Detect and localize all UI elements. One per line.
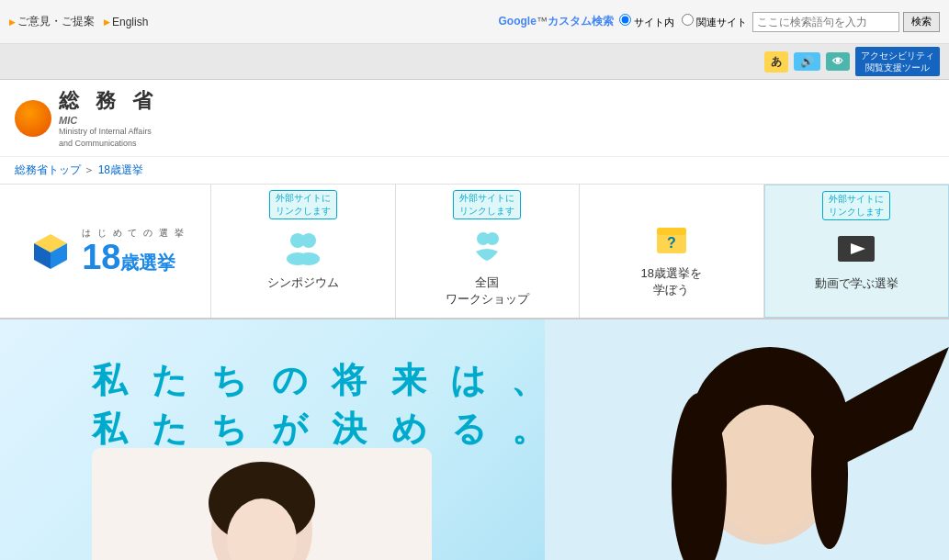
hero-text: 私 た ち の 将 来 は 、 私 た ち が 決 め る 。 xyxy=(92,356,554,454)
nav-item-symposium[interactable]: 外部サイトにリンクします シンポジウム xyxy=(211,185,396,317)
svg-point-8 xyxy=(486,232,499,245)
senkyo-text-wrap: は じ め て の 選 挙 18 歳選挙 xyxy=(82,227,186,275)
hero-person-large-image xyxy=(545,319,949,560)
mic-full-line1: Ministry of Internal Affairs xyxy=(59,126,158,138)
radio-related[interactable]: 関連サイト xyxy=(682,14,747,29)
mic-circle-icon xyxy=(15,100,51,137)
accessibility-label: アクセシビリティ 閲覧支援ツール xyxy=(855,47,940,76)
radio-related-input[interactable] xyxy=(682,14,694,26)
nav-external-label-3: 外部サイトにリンクします xyxy=(822,191,890,220)
hero-person-small-image xyxy=(92,448,432,560)
nav-item-learn[interactable]: ? 18歳選挙を学ぼう xyxy=(580,185,764,317)
mic-text: 総 務 省 MIC Ministry of Internal Affairs a… xyxy=(59,87,158,149)
senkyo-kanji: 歳選挙 xyxy=(120,251,175,275)
radio-site[interactable]: サイト内 xyxy=(619,14,674,29)
search-radio-group: サイト内 関連サイト xyxy=(619,14,747,29)
svg-point-4 xyxy=(301,233,316,248)
logo-bar: 総 務 省 MIC Ministry of Internal Affairs a… xyxy=(0,80,949,157)
breadcrumb-home[interactable]: 総務省トップ xyxy=(15,163,81,176)
english-link[interactable]: English xyxy=(104,16,148,28)
nav-label-1: 全国ワークショップ xyxy=(446,274,529,308)
nav-external-label-0: 外部サイトにリンクします xyxy=(269,190,337,219)
cube-icon xyxy=(25,225,76,276)
svg-text:?: ? xyxy=(667,235,676,251)
radio-related-label: 関連サイト xyxy=(696,17,747,28)
nav-item-workshop[interactable]: 外部サイトにリンクします 全国ワークショップ xyxy=(396,185,581,317)
search-input-wrap: 検索 xyxy=(752,12,940,32)
nav-items: 外部サイトにリンクします シンポジウム 外部サイトにリンクします xyxy=(211,185,949,317)
google-label: Google™カスタム検索 xyxy=(499,14,614,29)
search-button[interactable]: 検索 xyxy=(903,12,940,32)
senkyo-logo: は じ め て の 選 挙 18 歳選挙 xyxy=(0,185,211,317)
header-links: ご意見・ご提案 English xyxy=(9,14,148,29)
feedback-link[interactable]: ご意見・ご提案 xyxy=(9,14,95,29)
sound-button[interactable]: 🔊 xyxy=(794,52,820,71)
google-text: Google xyxy=(499,15,537,28)
senkyo-box: は じ め て の 選 挙 18 歳選挙 xyxy=(25,225,186,276)
breadcrumb-current[interactable]: 18歳選挙 xyxy=(98,163,143,176)
nav-bar: は じ め て の 選 挙 18 歳選挙 外部サイトにリンクします シンポジウム xyxy=(0,185,949,319)
hero-line2: 私 た ち が 決 め る 。 xyxy=(92,405,554,454)
search-input[interactable] xyxy=(752,12,899,32)
radio-site-input[interactable] xyxy=(619,14,631,26)
accessibility-bar: あ 🔊 👁 アクセシビリティ 閲覧支援ツール xyxy=(0,44,949,80)
radio-site-label: サイト内 xyxy=(634,17,674,28)
nav-label-2: 18歳選挙を学ぼう xyxy=(641,265,702,298)
hero-line1: 私 た ち の 将 来 は 、 xyxy=(92,356,554,405)
learn-icon: ? xyxy=(649,216,695,262)
breadcrumb: 総務省トップ ＞ 18歳選挙 xyxy=(0,157,949,185)
custom-search-text: カスタム検索 xyxy=(548,15,614,28)
text-size-button[interactable]: あ xyxy=(764,51,788,73)
nav-item-video[interactable]: 外部サイトにリンクします 動画で学ぶ選挙 xyxy=(764,185,950,317)
mic-abbr: MIC xyxy=(59,115,158,126)
hero-section: 私 た ち の 将 来 は 、 私 た ち が 決 め る 。 xyxy=(0,319,949,560)
svg-point-27 xyxy=(712,405,822,537)
symposium-icon xyxy=(280,225,326,271)
svg-rect-10 xyxy=(657,228,686,235)
nav-label-0: シンポジウム xyxy=(267,274,339,291)
video-icon xyxy=(833,226,879,272)
workshop-icon xyxy=(464,225,510,271)
ministry-name: 総 務 省 xyxy=(59,87,158,115)
mic-logo: 総 務 省 MIC Ministry of Internal Affairs a… xyxy=(15,87,158,149)
svg-point-6 xyxy=(298,252,320,265)
senkyo-number: 18 xyxy=(82,240,120,274)
header-left: ご意見・ご提案 English xyxy=(9,14,148,29)
breadcrumb-separator: ＞ xyxy=(84,163,95,176)
search-area: Google™カスタム検索 サイト内 関連サイト 検索 xyxy=(499,12,940,32)
nav-external-label-1: 外部サイトにリンクします xyxy=(453,190,521,219)
header: ご意見・ご提案 English Google™カスタム検索 サイト内 関連サイト… xyxy=(0,0,949,44)
accessibility-tool-button[interactable]: 👁 xyxy=(826,52,850,71)
nav-label-3: 動画で学ぶ選挙 xyxy=(815,275,898,292)
mic-full-line2: and Communications xyxy=(59,138,158,150)
